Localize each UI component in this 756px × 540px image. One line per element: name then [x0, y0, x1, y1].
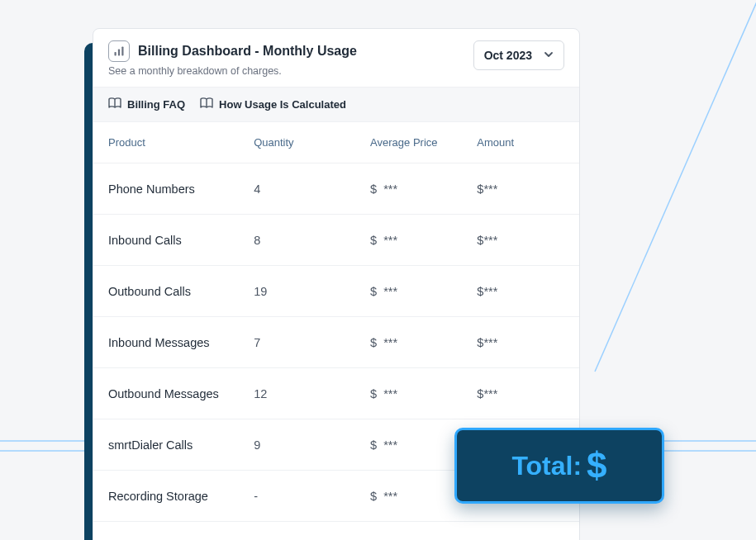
cell-quantity: 7	[254, 336, 370, 349]
table-row: Inbound Messages7******	[93, 317, 579, 368]
svg-line-2	[595, 0, 756, 372]
page-title: Billing Dashboard - Monthly Usage	[138, 44, 357, 59]
cell-product: smrtDialer Calls	[108, 438, 254, 452]
book-icon	[200, 97, 213, 111]
cell-amount: ***	[477, 387, 564, 400]
svg-rect-5	[121, 47, 123, 56]
cell-quantity: 9	[254, 438, 370, 452]
chevron-down-icon	[544, 49, 554, 62]
month-select-label: Oct 2023	[484, 49, 532, 62]
col-amount: Amount	[477, 136, 564, 149]
cell-amount: ***	[477, 336, 564, 349]
svg-rect-4	[118, 50, 120, 56]
cell-quantity: 12	[254, 387, 370, 400]
title-block: Billing Dashboard - Monthly Usage See a …	[108, 40, 357, 77]
total-label: Total:	[511, 451, 582, 481]
cell-avg-price: ***	[370, 234, 477, 247]
col-product: Product	[108, 136, 254, 149]
cell-avg-price: ***	[370, 285, 477, 298]
total-badge: Total: $	[454, 428, 664, 504]
svg-rect-3	[115, 52, 116, 56]
cell-product: Outbound Messages	[108, 387, 254, 400]
total-dollar-icon: $	[587, 445, 606, 486]
table-row: Outbound Messages12******	[93, 368, 579, 419]
table-header-row: Product Quantity Average Price Amount	[93, 122, 579, 163]
cell-avg-price: ***	[370, 387, 477, 400]
col-quantity: Quantity	[254, 136, 370, 149]
cell-quantity: 4	[254, 182, 370, 196]
cell-amount: ***	[477, 182, 564, 196]
cell-product: Inbound Calls	[108, 234, 254, 247]
cell-product: Recording Storage	[108, 490, 254, 503]
month-select[interactable]: Oct 2023	[473, 40, 564, 70]
chart-icon	[108, 40, 130, 62]
help-bar: Billing FAQ How Usage Is Calculated	[93, 87, 579, 122]
card-header: Billing Dashboard - Monthly Usage See a …	[93, 29, 579, 87]
cell-product: Inbound Messages	[108, 336, 254, 349]
cell-avg-price: ***	[370, 182, 477, 196]
cell-quantity: 19	[254, 285, 370, 298]
billing-faq-link[interactable]: Billing FAQ	[108, 97, 185, 111]
book-icon	[108, 97, 121, 111]
table-row: Phone Numbers4******	[93, 163, 579, 215]
cell-quantity: -	[254, 490, 370, 503]
cell-product: Outbound Calls	[108, 285, 254, 298]
cell-amount: ***	[477, 234, 564, 247]
table-row: Charged Sms Carrier-******	[93, 522, 579, 540]
billing-faq-label: Billing FAQ	[127, 98, 185, 111]
usage-calc-link[interactable]: How Usage Is Calculated	[200, 97, 346, 111]
col-avg-price: Average Price	[370, 136, 477, 149]
table-row: Outbound Calls19******	[93, 266, 579, 317]
table-row: Inbound Calls8******	[93, 215, 579, 266]
cell-amount: ***	[477, 285, 564, 298]
cell-quantity: 8	[254, 234, 370, 247]
usage-calc-label: How Usage Is Calculated	[219, 98, 346, 111]
cell-avg-price: ***	[370, 336, 477, 349]
page-subtitle: See a monthly breakdown of charges.	[108, 65, 357, 77]
cell-product: Phone Numbers	[108, 182, 254, 196]
